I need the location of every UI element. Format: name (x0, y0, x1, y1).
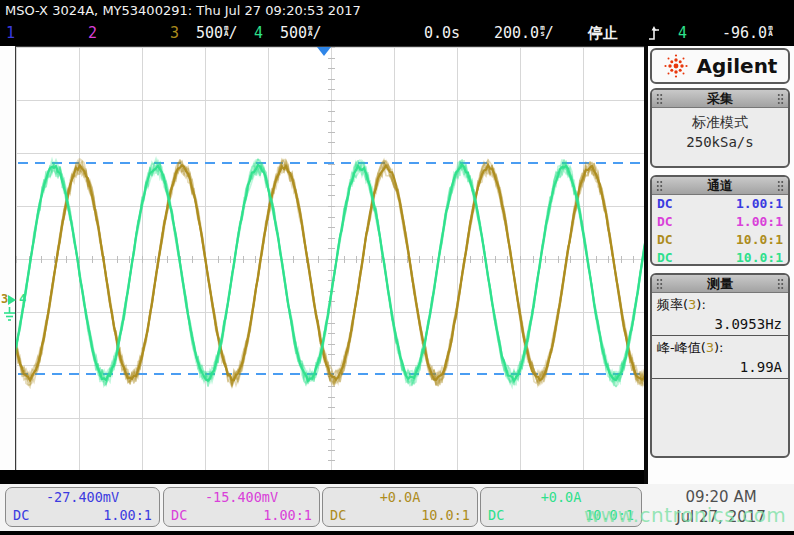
ch2-probe-ratio: 1.00:1 (736, 214, 783, 230)
acquisition-title: 采集 (707, 90, 733, 108)
channel-3-indicator[interactable]: 3 (170, 21, 179, 46)
grip-dots-icon (777, 278, 784, 289)
channel-2-indicator[interactable]: 2 (88, 21, 97, 46)
timebase-value: 200.0 (494, 24, 539, 42)
measurement-panel: 测量 频率(3): 3.0953Hz 峰-峰值(3): 1.99A (650, 273, 790, 458)
channel-row-3[interactable]: DC 10.0:1 (652, 231, 788, 249)
channel-row-4[interactable]: DC 10.0:1 (652, 249, 788, 266)
trigger-level-unit: mA (768, 25, 773, 37)
ch2-coupling-label: DC (171, 507, 187, 524)
ground-icon (3, 307, 16, 321)
ch4-scale-suffix: / (313, 24, 322, 42)
sample-rate: 250kSa/s (652, 134, 788, 150)
ch4-ground-marker: 4 (19, 293, 26, 305)
brand-name: Agilent (697, 54, 778, 78)
acquisition-panel: 采集 标准模式 250kSa/s (650, 88, 790, 168)
ch2-coupling: DC (657, 214, 673, 230)
agilent-logo-panel: Agilent (650, 48, 790, 84)
agilent-logo-icon (663, 53, 689, 79)
timebase[interactable]: 200.0ms/ (494, 21, 554, 46)
grip-dots-icon (656, 278, 663, 289)
bottom-edge (0, 531, 794, 535)
ch1-coupling-label: DC (13, 507, 29, 524)
measurement-1-value: 3.0953Hz (652, 314, 788, 336)
ch2-probe-label: 1.00:1 (263, 507, 312, 524)
grip-dots-icon (777, 180, 784, 191)
measurement-2-value: 1.99A (652, 357, 788, 379)
ch3-probe-label: 10.0:1 (421, 507, 470, 524)
ch3-coupling-label: DC (330, 507, 346, 524)
ch3-coupling: DC (657, 232, 673, 248)
ch3-probe-ratio: 10.0:1 (736, 232, 783, 248)
acquisition-mode: 标准模式 (652, 114, 788, 132)
trigger-source: 4 (678, 21, 687, 46)
channel-1-indicator[interactable]: 1 (6, 21, 15, 46)
ch4-probe-ratio: 10.0:1 (736, 250, 783, 266)
watermark: www.cntronics.com (584, 503, 786, 527)
trigger-time-marker[interactable] (317, 47, 331, 56)
measurement-1-label: 频率(3): (652, 293, 788, 314)
channels-title: 通道 (707, 177, 733, 195)
trigger-level: -96.0mA (722, 21, 773, 46)
channels-panel-header[interactable]: 通道 (652, 177, 788, 195)
title-bar: MSO-X 3024A, MY53400291: Thu Jul 27 09:2… (0, 0, 794, 21)
ch1-coupling: DC (657, 196, 673, 212)
ch3-scale-value: 500 (196, 24, 223, 42)
channel-3-status-panel[interactable]: +0.0A DC 10.0:1 (322, 487, 478, 527)
trigger-level-value: -96.0 (722, 24, 767, 42)
measurement-title: 测量 (707, 275, 733, 293)
measurement-2-label: 峰-峰值(3): (652, 336, 788, 357)
run-state-badge[interactable]: 停止 (588, 21, 618, 46)
model-serial-datetime: MSO-X 3024A, MY53400291: Thu Jul 27 09:2… (5, 3, 361, 18)
channel-row-1[interactable]: DC 1.00:1 (652, 195, 788, 213)
oscilloscope-screen: MSO-X 3024A, MY53400291: Thu Jul 27 09:2… (0, 0, 794, 535)
ch4-scale-value: 500 (280, 24, 307, 42)
horizontal-delay[interactable]: 0.0s (424, 21, 460, 46)
ch2-offset-value: -15.400mV (164, 488, 319, 507)
waveform-display (15, 46, 647, 472)
ch3-scale-suffix: / (229, 24, 238, 42)
channel-row-2[interactable]: DC 1.00:1 (652, 213, 788, 231)
trigger-info[interactable] (648, 21, 661, 46)
channels-panel: 通道 DC 1.00:1 DC 1.00:1 DC 10.0:1 DC 10.0… (650, 175, 790, 266)
channel-1-status-panel[interactable]: -27.400mV DC 1.00:1 (5, 487, 160, 527)
measurement-panel-header[interactable]: 测量 (652, 275, 788, 293)
channel-4-indicator[interactable]: 4 (254, 21, 263, 46)
status-bar: 1 2 3 500mA/ 4 500mA/ 0.0s 200.0ms/ 停止 4… (0, 21, 794, 46)
acquisition-panel-header[interactable]: 采集 (652, 90, 788, 108)
ch4-coupling: DC (657, 250, 673, 266)
grip-dots-icon (656, 180, 663, 191)
grip-dots-icon (777, 93, 784, 104)
ch1-probe-label: 1.00:1 (103, 507, 152, 524)
channel-2-status-panel[interactable]: -15.400mV DC 1.00:1 (163, 487, 320, 527)
channel-4-scale[interactable]: 500mA/ (280, 21, 322, 46)
plot-sidebar-divider (644, 46, 648, 484)
timebase-suffix: / (545, 24, 554, 42)
ch1-offset-value: -27.400mV (6, 488, 159, 507)
ch1-probe-ratio: 1.00:1 (736, 196, 783, 212)
plot-bottom-band (0, 470, 644, 484)
trigger-edge-icon (648, 25, 661, 42)
ch3-offset-value: +0.0A (323, 488, 477, 507)
channel-3-scale[interactable]: 500mA/ (196, 21, 238, 46)
waveform-traces (16, 47, 646, 471)
grip-dots-icon (656, 93, 663, 104)
ch4-coupling-label: DC (488, 507, 504, 524)
main-area: 3 4 (0, 46, 794, 484)
ch4-ground-arrow-icon[interactable] (8, 295, 16, 305)
